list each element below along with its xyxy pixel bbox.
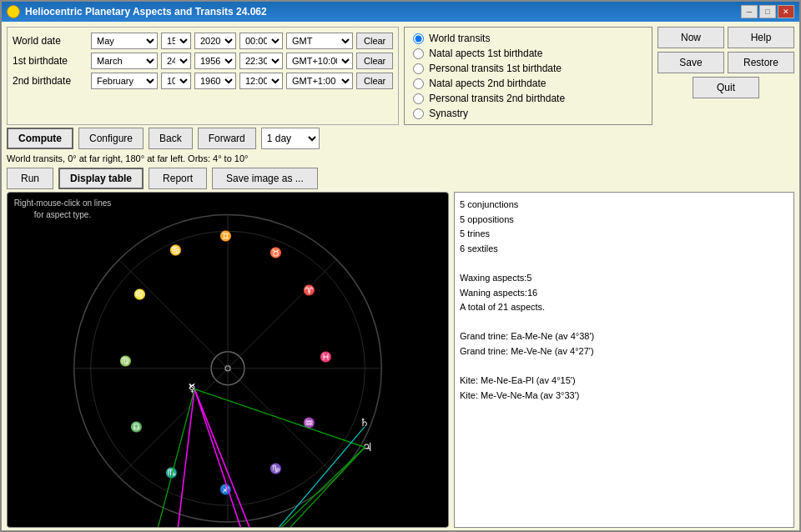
back-button[interactable]: Back <box>149 128 193 149</box>
forward-button[interactable]: Forward <box>198 128 256 149</box>
main-content: World date May 15 2020 00:00 GMT <box>2 22 799 532</box>
birthdate2-time[interactable]: 12:00 <box>239 73 283 89</box>
quit-button[interactable]: Quit <box>693 77 759 98</box>
main-window: Heliocentric Planetary Aspects and Trans… <box>0 0 801 532</box>
radio-natal1-input[interactable] <box>413 48 424 59</box>
radio-synastry-input[interactable] <box>413 108 424 119</box>
radio-natal1: Natal apects 1st birthdate <box>413 48 643 59</box>
run-button[interactable]: Run <box>7 168 53 189</box>
configure-button[interactable]: Configure <box>78 128 144 149</box>
radio-section: World transits Natal apects 1st birthdat… <box>404 27 652 125</box>
birthdate2-clear[interactable]: Clear <box>356 73 393 89</box>
svg-text:♊: ♊ <box>219 229 232 242</box>
svg-text:♍: ♍ <box>119 354 132 367</box>
svg-text:♑: ♑ <box>270 462 282 474</box>
radio-personal2: Personal transits 2nd birthdate <box>413 93 643 104</box>
app-icon <box>7 5 20 18</box>
titlebar-left: Heliocentric Planetary Aspects and Trans… <box>7 5 267 18</box>
birthdate1-year[interactable]: 1956 <box>194 53 236 69</box>
minimize-button[interactable]: ─ <box>741 5 758 18</box>
window-title: Heliocentric Planetary Aspects and Trans… <box>25 6 267 18</box>
save-image-button[interactable]: Save image as ... <box>212 168 318 189</box>
world-date-month[interactable]: May <box>91 33 158 49</box>
radio-natal1-label: Natal apects 1st birthdate <box>429 48 542 59</box>
radio-synastry-label: Synastry <box>429 108 468 119</box>
radio-synastry: Synastry <box>413 108 643 119</box>
radio-natal2: Natal apects 2nd birthdate <box>413 78 643 89</box>
world-date-time[interactable]: 00:00 <box>239 33 283 49</box>
radio-personal1: Personal transits 1st birthdate <box>413 63 643 74</box>
compute-button[interactable]: Compute <box>7 128 73 149</box>
maximize-button[interactable]: □ <box>759 5 776 18</box>
radio-personal1-input[interactable] <box>413 63 424 74</box>
radio-personal2-label: Personal transits 2nd birthdate <box>429 93 565 104</box>
right-buttons: Now Help Save Restore Quit <box>657 27 794 125</box>
svg-text:♋: ♋ <box>169 243 182 256</box>
now-button[interactable]: Now <box>657 27 724 48</box>
svg-text:♌: ♌ <box>134 288 146 300</box>
birthdate1-time[interactable]: 22:30 <box>239 53 283 69</box>
birthdate2-row: 2nd birthdate February 10 1960 12:00 GMT… <box>13 73 393 89</box>
radio-world-transits-label: World transits <box>429 33 490 44</box>
birthdate1-row: 1st birthdate March 24 1956 22:30 GMT+10… <box>13 53 393 69</box>
bottom-section: Right-mouse-click on lines for aspect ty… <box>7 192 794 528</box>
svg-text:♓: ♓ <box>320 350 332 363</box>
birthdate2-year[interactable]: 1960 <box>194 73 236 89</box>
titlebar-controls: ─ □ ✕ <box>741 5 794 18</box>
birthdate1-clear[interactable]: Clear <box>356 53 393 69</box>
world-date-row: World date May 15 2020 00:00 GMT <box>13 33 393 49</box>
birthdate1-day[interactable]: 24 <box>161 53 191 69</box>
info-panel-text: 5 conjunctions 5 oppositions 5 trines 6 … <box>460 198 788 403</box>
svg-text:♉: ♉ <box>270 246 282 258</box>
radio-personal1-label: Personal transits 1st birthdate <box>429 63 562 74</box>
world-date-label: World date <box>13 35 88 47</box>
action-row: Run Display table Report Save image as .… <box>7 168 794 189</box>
restore-button[interactable]: Restore <box>728 52 794 73</box>
top-section: World date May 15 2020 00:00 GMT <box>7 27 794 125</box>
status-bar: World transits, 0° at far right, 180° at… <box>7 152 794 165</box>
titlebar: Heliocentric Planetary Aspects and Trans… <box>2 2 799 22</box>
chart-label: Right-mouse-click on lines for aspect ty… <box>13 198 113 221</box>
status-text: World transits, 0° at far right, 180° at… <box>7 153 248 163</box>
world-date-year[interactable]: 2020 <box>194 33 236 49</box>
form-section: World date May 15 2020 00:00 GMT <box>7 27 399 125</box>
svg-text:♎: ♎ <box>130 420 143 433</box>
birthdate2-label: 2nd birthdate <box>13 75 88 87</box>
close-button[interactable]: ✕ <box>778 5 794 18</box>
svg-text:♈: ♈ <box>303 284 315 296</box>
info-panel[interactable]: 5 conjunctions 5 oppositions 5 trines 6 … <box>454 192 794 528</box>
world-date-clear[interactable]: Clear <box>356 33 393 49</box>
radio-world-transits-input[interactable] <box>413 33 424 44</box>
svg-text:✕: ✕ <box>188 382 194 391</box>
report-button[interactable]: Report <box>149 168 207 189</box>
world-date-day[interactable]: 15 <box>161 33 191 49</box>
chart-area: Right-mouse-click on lines for aspect ty… <box>7 192 449 528</box>
display-table-button[interactable]: Display table <box>58 168 144 189</box>
birthdate2-tz[interactable]: GMT+1:00 <box>286 73 353 89</box>
help-button[interactable]: Help <box>728 27 794 48</box>
birthdate1-month[interactable]: March <box>91 53 158 69</box>
radio-natal2-input[interactable] <box>413 78 424 89</box>
birthdate2-day[interactable]: 10 <box>161 73 191 89</box>
compute-row: Compute Configure Back Forward 1 day 2 d… <box>7 128 794 149</box>
interval-select[interactable]: 1 day 2 days 3 days 1 week 1 month 1 yea… <box>261 128 320 149</box>
chart-svg: ♊ ♉ ♈ ♓ ♒ ♑ ♐ ♏ ♎ ♍ ♌ ♋ ☿ ♀ <box>8 193 448 527</box>
save-button[interactable]: Save <box>657 52 724 73</box>
world-date-tz[interactable]: GMT <box>286 33 353 49</box>
svg-text:♐: ♐ <box>219 483 232 495</box>
birthdate1-tz[interactable]: GMT+10:00 <box>286 53 353 69</box>
radio-world-transits: World transits <box>413 33 643 44</box>
birthdate2-month[interactable]: February <box>91 73 158 89</box>
birthdate1-label: 1st birthdate <box>13 55 88 67</box>
radio-personal2-input[interactable] <box>413 93 424 104</box>
radio-natal2-label: Natal apects 2nd birthdate <box>429 78 546 89</box>
